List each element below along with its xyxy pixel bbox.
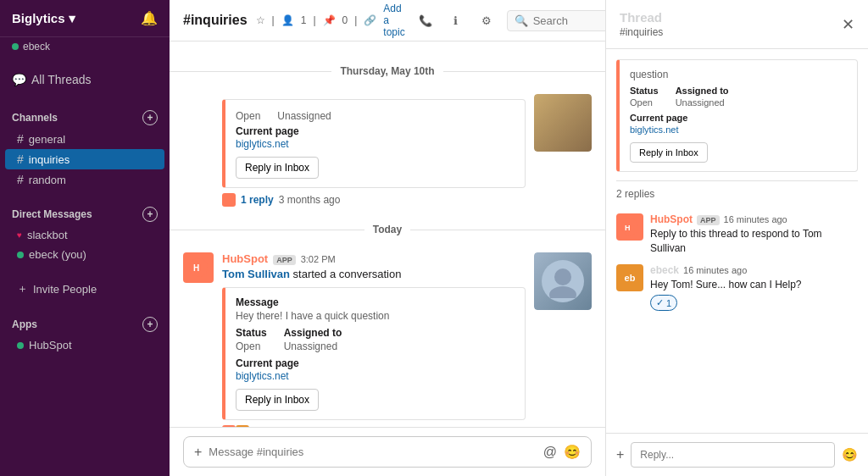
old-message-spacer	[183, 94, 214, 207]
old-message-group: Open Unassigned Current page biglytics.n…	[170, 87, 605, 213]
hubspot-mini-icon	[222, 193, 236, 207]
workspace-title[interactable]: Biglytics ▾	[12, 11, 75, 26]
thread-reply-2-sender: ebeck	[650, 264, 679, 276]
username-label: ebeck	[23, 41, 50, 53]
thread-add-icon[interactable]: +	[616, 447, 624, 462]
gear-icon[interactable]: ⚙	[475, 8, 498, 32]
old-status-value: Open	[236, 110, 260, 122]
thread-reply-2: eb ebeck 16 minutes ago Hey Tom! Sure...…	[616, 264, 858, 312]
status-assigned-row: Status Open Assigned to Unassigned	[236, 327, 515, 352]
old-current-page-row: Current page biglytics.net	[236, 125, 515, 150]
subheader-divider: |	[272, 14, 275, 26]
thread-status-col: Status Open	[630, 86, 659, 108]
search-box[interactable]: 🔍	[507, 10, 605, 31]
thread-replies-count: 2 replies	[616, 180, 858, 207]
svg-text:H: H	[625, 224, 631, 232]
invite-people-item[interactable]: ＋ Invite People	[5, 278, 164, 300]
thread-hubspot-avatar: H	[616, 213, 643, 241]
old-message-content: Open Unassigned Current page biglytics.n…	[222, 94, 526, 207]
sidebar-item-hubspot[interactable]: HubSpot	[5, 335, 164, 355]
info-icon[interactable]: ℹ	[444, 8, 468, 32]
reaction-badge[interactable]: ✓ 1	[650, 295, 677, 311]
add-topic[interactable]: Add a topic	[383, 3, 404, 38]
sidebar-user: ebeck	[0, 37, 170, 59]
thread-input-area: + 😊	[606, 433, 868, 476]
thread-reply-inbox-button[interactable]: Reply in Inbox	[630, 142, 708, 163]
channels-header: Channels +	[0, 107, 170, 129]
old-assigned-col: Unassigned	[277, 108, 331, 122]
old-message-photo	[534, 94, 592, 152]
thread-emoji-icon[interactable]: 😊	[842, 447, 858, 462]
thread-assigned-col: Assigned to Unassigned	[676, 86, 729, 108]
subheader-divider2: |	[313, 14, 315, 26]
old-thread-replies[interactable]: 1 reply 3 months ago	[222, 193, 526, 207]
message-input-box[interactable]: + @ 😊	[183, 436, 592, 468]
slackbot-icon: ♥	[17, 230, 22, 240]
thread-reply-input[interactable]	[631, 442, 835, 468]
message-label: Message	[236, 296, 515, 308]
messages-area: Thursday, May 10th Open Unassigned C	[170, 42, 605, 427]
new-message-card: Message Hey there! I have a quick questi…	[222, 287, 526, 420]
message-intro-text: Tom Sullivan started a conversation	[222, 267, 526, 282]
thread-title: Thread	[620, 10, 663, 25]
phone-icon[interactable]: 📞	[414, 8, 437, 32]
apps-header: Apps +	[0, 313, 170, 335]
old-reply-inbox-button[interactable]: Reply in Inbox	[236, 157, 319, 179]
invite-label: Invite People	[33, 283, 97, 296]
subheader-divider3: |	[354, 14, 357, 26]
current-page-label: Current page	[236, 357, 515, 369]
add-dm-button[interactable]: +	[142, 207, 158, 222]
add-message-icon[interactable]: +	[194, 445, 202, 460]
page-link[interactable]: biglytics.net	[236, 370, 289, 382]
member-count: 1	[301, 14, 307, 26]
sidebar-item-inquiries[interactable]: # inquiries	[5, 149, 164, 169]
star-icon[interactable]: ☆	[256, 14, 265, 26]
thread-reply-1: H HubSpot APP 16 minutes ago Reply to th…	[616, 213, 858, 256]
tom-sullivan-link[interactable]: Tom Sullivan	[222, 268, 290, 280]
hash-icon: #	[17, 173, 24, 186]
close-thread-button[interactable]: ✕	[842, 15, 854, 34]
sidebar-item-slackbot[interactable]: ♥ slackbot	[5, 225, 164, 245]
dm-section: Direct Messages + ♥ slackbot ebeck (you)	[0, 196, 170, 271]
thread-messages: question Status Open Assigned to Unassig…	[606, 49, 868, 433]
svg-text:H: H	[193, 263, 199, 273]
threads-icon: 💬	[12, 73, 26, 86]
new-message-group: H HubSpot APP 3:02 PM Tom Sullivan start…	[170, 246, 605, 427]
reaction-icon: ✓	[656, 297, 664, 308]
add-channel-button[interactable]: +	[142, 110, 158, 125]
online-icon	[17, 252, 24, 258]
thread-reply-2-header: ebeck 16 minutes ago	[650, 264, 858, 276]
hubspot-status-dot	[17, 342, 24, 349]
all-threads-label: All Threads	[31, 73, 92, 86]
hubspot-avatar: H	[183, 252, 214, 283]
apps-label: Apps	[12, 318, 37, 330]
emoji-message-icon[interactable]: 😊	[564, 444, 581, 460]
search-input[interactable]	[533, 14, 605, 27]
all-threads-item[interactable]: 💬 All Threads	[0, 66, 170, 93]
main-content: #inquiries ☆ | 👤 1 | 📌 0 | 🔗 Add a topic…	[170, 0, 605, 476]
new-message-header: HubSpot APP 3:02 PM	[222, 252, 526, 265]
thread-page-link[interactable]: biglytics.net	[630, 125, 678, 135]
sidebar-item-ebeck[interactable]: ebeck (you)	[5, 245, 164, 264]
svg-point-3	[549, 286, 576, 298]
channel-general-label: general	[29, 133, 65, 146]
old-page-link[interactable]: biglytics.net	[236, 138, 289, 150]
thread-card: question Status Open Assigned to Unassig…	[616, 59, 858, 172]
message-input[interactable]	[209, 446, 536, 458]
chevron-icon: ▾	[69, 11, 75, 26]
thread-reply-1-sender: HubSpot	[650, 213, 693, 225]
assigned-col: Assigned to Unassigned	[284, 327, 342, 352]
thread-header: Thread #inquiries ✕	[606, 0, 868, 49]
reply-inbox-button[interactable]: Reply in Inbox	[236, 389, 319, 411]
add-app-button[interactable]: +	[142, 317, 158, 332]
search-icon: 🔍	[515, 14, 528, 27]
at-message-icon[interactable]: @	[543, 445, 557, 460]
thread-app-badge: APP	[697, 215, 720, 225]
sidebar-item-general[interactable]: # general	[5, 129, 164, 149]
thread-reply-2-text: Hey Tom! Sure... how can I Help?	[650, 278, 858, 292]
all-threads-section: 💬 All Threads	[0, 59, 170, 100]
thread-title-group: Thread #inquiries	[620, 10, 663, 38]
sidebar-item-random[interactable]: # random	[5, 169, 164, 190]
hubspot-sender: HubSpot	[222, 252, 268, 265]
bell-icon[interactable]: 🔔	[141, 10, 158, 26]
